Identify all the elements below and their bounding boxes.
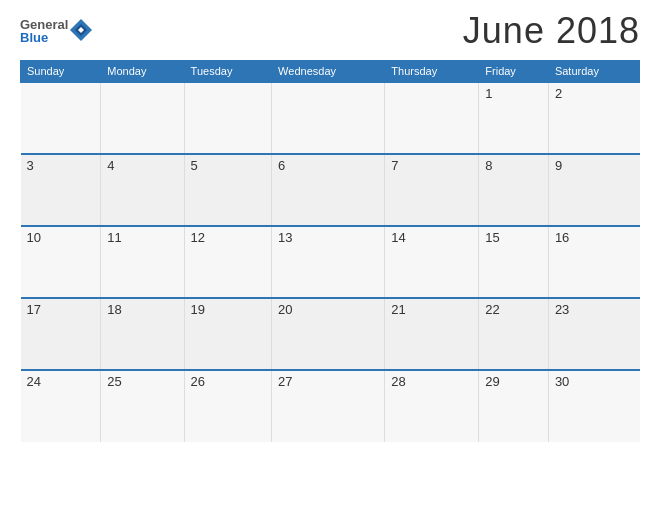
day-number: 25 [107,374,121,389]
day-number: 9 [555,158,562,173]
page: General Blue June 2018 Sunday Monday Tue… [0,0,660,510]
calendar-cell: 23 [548,298,639,370]
calendar-cell [21,82,101,154]
logo-icon [70,19,92,41]
calendar-cell: 27 [272,370,385,442]
day-number: 29 [485,374,499,389]
calendar-cell: 28 [385,370,479,442]
day-number: 6 [278,158,285,173]
day-number: 18 [107,302,121,317]
calendar-cell: 20 [272,298,385,370]
calendar-cell: 8 [479,154,549,226]
calendar-cell: 24 [21,370,101,442]
logo: General Blue [20,18,92,44]
calendar-cell: 6 [272,154,385,226]
day-number: 16 [555,230,569,245]
day-number: 24 [27,374,41,389]
calendar-cell: 18 [101,298,184,370]
col-tuesday: Tuesday [184,61,272,83]
col-monday: Monday [101,61,184,83]
header: General Blue June 2018 [20,10,640,52]
calendar-cell: 19 [184,298,272,370]
day-number: 11 [107,230,121,245]
calendar-cell: 12 [184,226,272,298]
day-number: 23 [555,302,569,317]
col-thursday: Thursday [385,61,479,83]
day-number: 7 [391,158,398,173]
calendar-cell: 16 [548,226,639,298]
calendar-cell [272,82,385,154]
calendar-cell: 1 [479,82,549,154]
day-number: 27 [278,374,292,389]
calendar-cell: 10 [21,226,101,298]
weekday-header-row: Sunday Monday Tuesday Wednesday Thursday… [21,61,640,83]
calendar-week-row: 3456789 [21,154,640,226]
day-number: 26 [191,374,205,389]
day-number: 20 [278,302,292,317]
logo-text: General Blue [20,18,68,44]
month-title: June 2018 [463,10,640,52]
calendar-cell: 2 [548,82,639,154]
calendar-cell [184,82,272,154]
day-number: 14 [391,230,405,245]
day-number: 28 [391,374,405,389]
day-number: 15 [485,230,499,245]
calendar-cell: 5 [184,154,272,226]
day-number: 10 [27,230,41,245]
calendar-week-row: 17181920212223 [21,298,640,370]
calendar-cell: 25 [101,370,184,442]
calendar-week-row: 12 [21,82,640,154]
calendar-cell: 26 [184,370,272,442]
day-number: 13 [278,230,292,245]
col-sunday: Sunday [21,61,101,83]
day-number: 21 [391,302,405,317]
calendar: Sunday Monday Tuesday Wednesday Thursday… [20,60,640,442]
calendar-cell: 7 [385,154,479,226]
col-saturday: Saturday [548,61,639,83]
calendar-cell: 3 [21,154,101,226]
day-number: 8 [485,158,492,173]
calendar-cell: 29 [479,370,549,442]
calendar-cell [101,82,184,154]
day-number: 12 [191,230,205,245]
calendar-cell: 15 [479,226,549,298]
day-number: 17 [27,302,41,317]
col-friday: Friday [479,61,549,83]
calendar-cell: 14 [385,226,479,298]
day-number: 4 [107,158,114,173]
calendar-cell: 11 [101,226,184,298]
calendar-cell: 22 [479,298,549,370]
logo-blue: Blue [20,31,68,44]
calendar-cell: 30 [548,370,639,442]
calendar-week-row: 24252627282930 [21,370,640,442]
day-number: 30 [555,374,569,389]
day-number: 5 [191,158,198,173]
calendar-cell: 21 [385,298,479,370]
col-wednesday: Wednesday [272,61,385,83]
day-number: 2 [555,86,562,101]
day-number: 3 [27,158,34,173]
calendar-cell [385,82,479,154]
calendar-cell: 17 [21,298,101,370]
calendar-cell: 13 [272,226,385,298]
day-number: 1 [485,86,492,101]
calendar-cell: 4 [101,154,184,226]
day-number: 19 [191,302,205,317]
calendar-cell: 9 [548,154,639,226]
calendar-week-row: 10111213141516 [21,226,640,298]
day-number: 22 [485,302,499,317]
